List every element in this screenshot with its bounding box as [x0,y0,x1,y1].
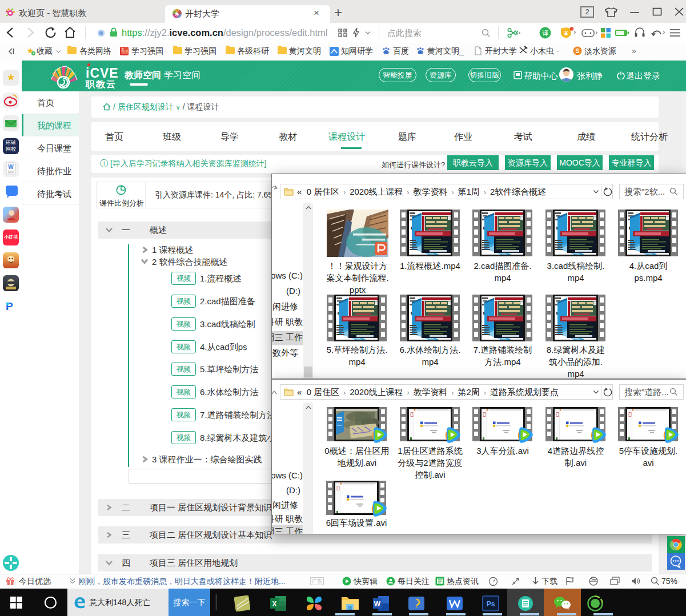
svg-text:W: W [374,600,381,608]
svg-text:译: 译 [542,30,548,37]
svg-text:W: W [8,164,14,170]
svg-text:+: + [32,51,34,55]
svg-text:¥: ¥ [564,30,568,37]
svg-text:S: S [575,47,579,54]
svg-text:Ps: Ps [487,600,495,608]
svg-text:X: X [272,600,276,608]
svg-text:P: P [6,300,13,312]
